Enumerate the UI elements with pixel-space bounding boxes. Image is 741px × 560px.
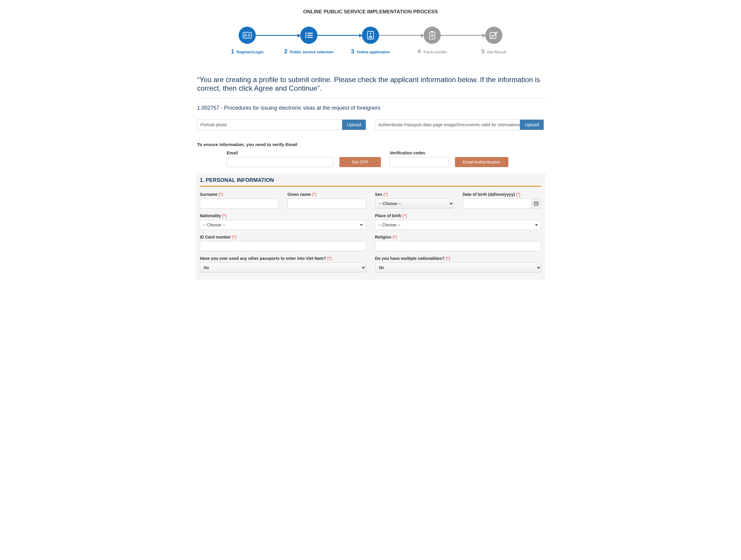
svg-point-7 [305,37,307,38]
step-connector [441,35,485,36]
svg-rect-30 [537,204,538,205]
svg-rect-26 [536,203,536,204]
svg-rect-20 [490,32,496,39]
surname-input[interactable] [200,199,279,209]
verify-note: To ensure information, you need to verif… [196,142,545,147]
list-icon [305,32,313,39]
verification-code-label: Verification codes [390,150,449,155]
svg-point-5 [305,32,307,34]
email-label: Email [227,150,333,155]
given-name-input[interactable] [287,199,366,209]
svg-rect-25 [535,203,535,204]
svg-rect-9 [308,35,313,36]
verify-row: Email Get OTP Verification codes Email A… [196,150,545,167]
svg-point-6 [305,35,307,36]
portrait-upload-group: Portrait photo Upload [197,120,366,130]
step-number: 3 [351,48,354,55]
svg-rect-16 [431,31,433,32]
multi-nat-label: Do you have multiple nationalities? (*) [375,256,541,261]
email-input[interactable] [227,157,333,167]
svg-rect-8 [308,33,313,34]
other-passports-label: Have you ever used any other passports t… [200,256,366,261]
personal-info-panel: 1. PERSONAL INFORMATION Surname (*) Give… [196,173,545,280]
step-label: Get Result [487,50,506,54]
upload-row: Portrait photo Upload Authenticate Passp… [196,120,545,130]
clipboard-icon [428,31,436,40]
email-auth-button[interactable]: Email Authentication [455,157,508,167]
step-connector [379,35,423,36]
dob-calendar-button[interactable] [531,199,541,209]
nationality-label: Nationality (*) [200,213,366,218]
verification-code-input[interactable] [390,157,449,167]
dob-label: Date of birth (dd/mm/yyyy) (*) [463,192,542,197]
svg-rect-27 [537,203,538,204]
id-card-label: ID Card number (*) [200,235,366,239]
step-register-login: 1 Register/Login [216,27,278,55]
nationality-select[interactable]: -- Choose -- [200,220,366,230]
pob-label: Place of birth (*) [375,213,541,218]
page-title: ONLINE PUBLIC SERVICE IMPLEMENTATION PRO… [196,9,545,15]
step-number: 4 [417,48,421,55]
svg-rect-29 [536,204,536,205]
dob-input[interactable] [463,199,531,209]
passport-upload-placeholder: Authenticate Passport data page image/Do… [375,120,520,130]
portrait-upload-button[interactable]: Upload [342,120,366,130]
pob-select[interactable]: -- Choose -- [375,220,541,230]
svg-point-1 [245,34,246,36]
step-label: Register/Login [237,50,264,54]
stepper: 1 Register/Login 2 Public service select… [196,27,545,55]
step-number: 2 [284,48,287,55]
step-number: 5 [481,48,485,55]
sex-label: Sex (*) [375,192,454,197]
other-passports-select[interactable]: No [200,263,366,273]
step-label: Public service selection [290,50,333,54]
svg-rect-28 [535,204,535,205]
surname-label: Surname (*) [200,192,279,197]
id-card-input[interactable] [200,241,366,251]
step-public-service: 2 Public service selection [278,27,340,55]
check-box-icon [489,31,498,39]
sex-select[interactable]: -- Choose -- [375,199,454,209]
religion-input[interactable] [375,241,541,251]
get-otp-button[interactable]: Get OTP [339,157,381,167]
document-up-icon [367,31,374,40]
passport-upload-button[interactable]: Upload [520,120,544,130]
id-card-icon [243,32,252,39]
multi-nat-select[interactable]: No [375,263,541,273]
step-track-results: 4 Track results [401,27,463,55]
step-number: 1 [231,48,234,55]
procedure-title: 1.002757 - Procedures for issuing electr… [196,105,545,111]
intro-text: “You are creating a profile to submit on… [196,76,545,98]
personal-info-title: 1. PERSONAL INFORMATION [200,177,541,187]
calendar-icon [534,201,539,206]
step-label: Track results [423,50,447,54]
given-name-label: Given name (*) [287,192,366,197]
step-label: Online application [356,50,390,54]
svg-rect-10 [308,37,313,38]
step-connector [256,35,300,36]
step-get-result: 5 Get Result [463,27,525,55]
portrait-upload-placeholder: Portrait photo [197,120,342,130]
passport-upload-group: Authenticate Passport data page image/Do… [375,120,544,130]
religion-label: Religion (*) [375,235,541,239]
step-connector [318,35,362,36]
step-online-application: 3 Online application [340,27,401,55]
